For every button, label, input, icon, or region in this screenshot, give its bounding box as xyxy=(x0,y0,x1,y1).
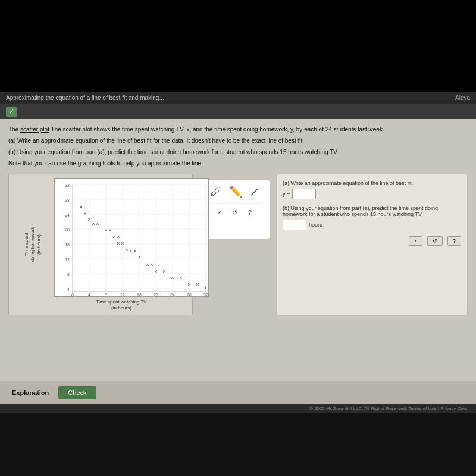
content-area: The scatter plot The scatter plot shows … xyxy=(0,119,476,381)
check-icon: ✓ xyxy=(6,107,17,117)
check-mark-bar: ✓ xyxy=(0,104,476,119)
svg-text:×: × xyxy=(133,248,136,254)
tools-bottom-row: × ↺ ? xyxy=(206,203,262,218)
svg-text:×: × xyxy=(104,227,107,233)
svg-text:×: × xyxy=(187,281,190,287)
part-a-label: (a) Write an approximate equation of the… xyxy=(283,180,461,186)
right-undo-button[interactable]: ↺ xyxy=(427,236,443,246)
instruction-a-text: (a) Write an approximate equation of the… xyxy=(8,136,468,145)
tools-top-row: 🖊 ✏️ — xyxy=(210,185,259,199)
explanation-button[interactable]: Explanation xyxy=(8,387,52,399)
hours-row: hours xyxy=(283,220,461,230)
svg-text:20: 20 xyxy=(65,228,70,232)
svg-text:8: 8 xyxy=(105,293,107,297)
svg-text:24: 24 xyxy=(65,213,70,217)
part-b-section: (b) Using your equation from part (a), p… xyxy=(283,205,461,230)
svg-text:×: × xyxy=(150,262,153,268)
footer-bar: © 2022 McGraw Hill LLC. All Rights Reser… xyxy=(0,404,476,413)
equation-row: y = xyxy=(283,189,461,199)
equation-input[interactable] xyxy=(292,189,316,199)
svg-text:×: × xyxy=(83,211,86,217)
svg-text:×: × xyxy=(146,262,149,268)
svg-text:×: × xyxy=(129,248,132,254)
svg-text:×: × xyxy=(196,281,199,287)
instruction-b-text: (b) Using your equation from part (a), p… xyxy=(8,148,468,156)
x-axis-label: Time spent watching TV (in hours) xyxy=(54,299,189,312)
svg-text:12: 12 xyxy=(65,258,70,262)
svg-text:×: × xyxy=(204,285,207,291)
svg-text:32: 32 xyxy=(203,293,208,297)
svg-text:8: 8 xyxy=(67,273,70,277)
svg-text:4: 4 xyxy=(67,287,70,292)
svg-text:×: × xyxy=(154,268,157,274)
pencil-icon[interactable]: ✏️ xyxy=(229,185,242,198)
top-bar: Approximating the equation of a line of … xyxy=(0,92,476,104)
main-content-row: Time spent doing homework (in hours) xyxy=(8,174,468,316)
top-black-area xyxy=(0,0,476,92)
part-a-section: (a) Write an approximate equation of the… xyxy=(283,180,461,199)
svg-text:×: × xyxy=(96,221,99,227)
svg-text:×: × xyxy=(92,221,95,227)
eraser-icon[interactable]: 🖊 xyxy=(210,185,222,199)
main-application-area: Approximating the equation of a line of … xyxy=(0,92,476,413)
hours-input[interactable] xyxy=(283,220,306,230)
svg-text:32: 32 xyxy=(65,183,70,187)
top-bar-title: Approximating the equation of a line of … xyxy=(6,95,164,101)
svg-text:×: × xyxy=(137,254,140,260)
scatter-plot-container: Time spent doing homework (in hours) xyxy=(8,174,193,316)
svg-text:4: 4 xyxy=(88,293,90,297)
intro-text: The scatter plot The scatter plot shows … xyxy=(8,125,468,134)
svg-text:×: × xyxy=(79,204,82,210)
part-b-label: (b) Using your equation from part (a), p… xyxy=(283,205,461,217)
svg-text:28: 28 xyxy=(65,198,70,202)
undo-button[interactable]: ↺ xyxy=(230,208,240,218)
line-icon[interactable]: — xyxy=(247,184,261,199)
note-text: Note that you can use the graphing tools… xyxy=(8,159,468,168)
equation-prefix: y = xyxy=(283,191,290,197)
svg-text:×: × xyxy=(108,227,111,233)
svg-text:20: 20 xyxy=(154,293,158,297)
svg-text:×: × xyxy=(121,240,124,246)
svg-text:×: × xyxy=(117,240,120,246)
svg-text:×: × xyxy=(162,268,165,274)
scatter-svg: 32 28 24 20 16 12 8 4 0 4 xyxy=(55,178,209,298)
bottom-bar: Explanation Check xyxy=(0,381,476,404)
svg-text:×: × xyxy=(87,217,90,223)
right-x-button[interactable]: × xyxy=(409,236,422,246)
svg-text:12: 12 xyxy=(120,293,125,297)
scatter-wrapper: Time spent doing homework (in hours) xyxy=(54,178,189,312)
right-help-button[interactable]: ? xyxy=(447,236,461,246)
y-axis-label: Time spent doing homework (in hours) xyxy=(24,227,42,262)
bottom-black-area xyxy=(0,413,476,477)
x-button[interactable]: × xyxy=(215,208,223,217)
tools-panel: 🖊 ✏️ — × ↺ ? xyxy=(199,180,270,239)
svg-text:×: × xyxy=(112,234,115,240)
hours-suffix: hours xyxy=(309,222,322,228)
right-panel: (a) Write an approximate equation of the… xyxy=(276,174,468,316)
svg-text:24: 24 xyxy=(170,293,175,297)
scatter-plot[interactable]: 32 28 24 20 16 12 8 4 0 4 xyxy=(54,178,209,297)
svg-text:0: 0 xyxy=(71,293,74,297)
svg-text:28: 28 xyxy=(187,293,192,297)
right-panel-buttons: × ↺ ? xyxy=(283,236,461,246)
help-button[interactable]: ? xyxy=(246,208,254,217)
scatter-plot-link[interactable]: scatter plot xyxy=(20,126,49,133)
svg-text:×: × xyxy=(125,247,128,253)
svg-text:16: 16 xyxy=(137,293,142,297)
user-name: Aleya xyxy=(455,95,470,101)
svg-text:×: × xyxy=(179,275,182,281)
svg-text:×: × xyxy=(117,234,120,240)
svg-text:×: × xyxy=(171,275,174,281)
svg-text:16: 16 xyxy=(65,243,70,247)
check-button[interactable]: Check xyxy=(58,386,96,399)
footer-text: © 2022 McGraw Hill LLC. All Rights Reser… xyxy=(309,406,470,411)
